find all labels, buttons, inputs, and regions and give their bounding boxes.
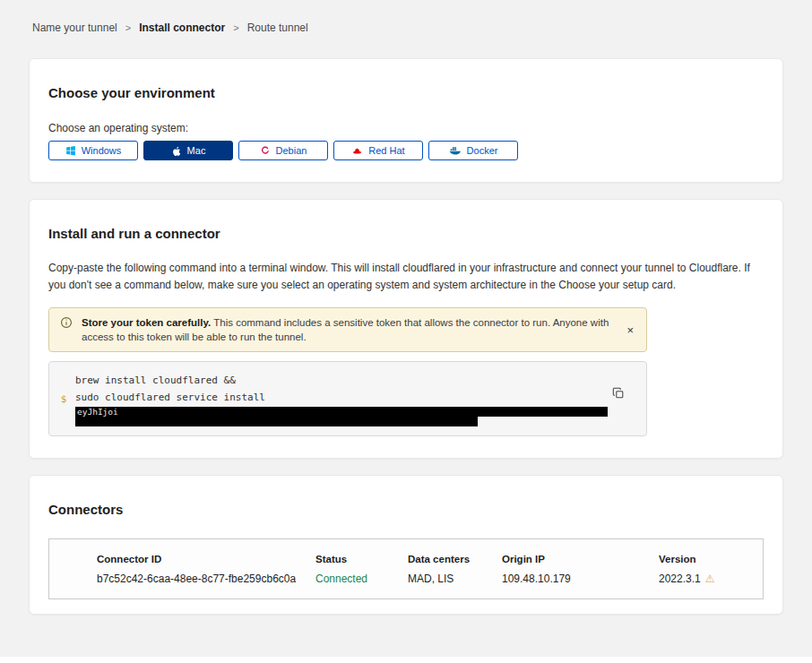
os-button-docker[interactable]: Docker — [428, 141, 518, 160]
warning-text-bold: Store your token carefully. — [82, 317, 211, 328]
breadcrumb-separator: > — [125, 22, 131, 33]
windows-icon — [65, 145, 76, 156]
os-button-label: Mac — [187, 145, 206, 156]
connectors-card-title: Connectors — [48, 502, 764, 517]
install-description: Copy-paste the following command into a … — [48, 260, 764, 294]
redhat-icon — [351, 145, 363, 156]
bottom-strip — [0, 657, 812, 663]
os-button-label: Docker — [467, 145, 498, 156]
info-icon — [60, 316, 73, 332]
breadcrumb-separator: > — [233, 22, 238, 33]
connectors-table-header: Connector ID Status Data centers Origin … — [97, 554, 745, 564]
token-warning-banner: Store your token carefully.This command … — [48, 307, 647, 352]
docker-icon — [449, 145, 462, 156]
environment-card-title: Choose your environment — [48, 85, 764, 100]
os-button-redhat[interactable]: Red Hat — [333, 141, 423, 160]
choose-environment-card: Choose your environment Choose an operat… — [29, 58, 783, 183]
table-row: b7c52c42-6caa-48ee-8c77-fbe259cb6c0a Con… — [97, 573, 745, 585]
command-line-2: sudo cloudflared service install — [75, 389, 608, 406]
breadcrumb-step-route-tunnel[interactable]: Route tunnel — [247, 22, 308, 34]
redacted-token-bar — [75, 417, 478, 426]
warning-text: Store your token carefully.This command … — [82, 315, 614, 344]
status-badge: Connected — [315, 573, 408, 585]
redacted-token-bar: eyJhIjoi — [75, 407, 608, 417]
col-header-version: Version — [659, 554, 745, 564]
terminal-prompt: $ — [58, 372, 69, 426]
data-centers-value: MAD, LIS — [408, 573, 502, 585]
breadcrumb-step-name-tunnel[interactable]: Name your tunnel — [32, 22, 117, 34]
version-value: 2022.3.1 ⚠ — [659, 573, 745, 585]
os-button-label: Debian — [276, 145, 307, 156]
token-prefix: eyJhIjoi — [77, 407, 118, 417]
breadcrumb: Name your tunnel > Install connector > R… — [32, 22, 783, 34]
os-button-label: Windows — [82, 145, 122, 156]
col-header-origin-ip: Origin IP — [502, 554, 659, 564]
col-header-data-centers: Data centers — [408, 554, 502, 564]
command-line-1: brew install cloudflared && — [75, 372, 608, 389]
install-connector-card: Install and run a connector Copy-paste t… — [29, 199, 783, 459]
close-warning-button[interactable]: × — [623, 323, 637, 338]
os-button-debian[interactable]: Debian — [238, 141, 328, 160]
os-button-label: Red Hat — [368, 145, 404, 156]
command-token-line-2 — [75, 416, 608, 426]
debian-icon — [260, 145, 271, 156]
col-header-connector-id: Connector ID — [97, 554, 315, 564]
version-number: 2022.3.1 — [659, 573, 701, 585]
copy-icon[interactable] — [610, 385, 626, 404]
command-token-line: eyJhIjoi — [75, 406, 608, 416]
col-header-status: Status — [315, 554, 408, 564]
breadcrumb-step-install-connector[interactable]: Install connector — [139, 22, 225, 34]
tunnel-setup-page: Name your tunnel > Install connector > R… — [0, 0, 812, 663]
install-card-title: Install and run a connector — [48, 226, 764, 241]
terminal-command-text: brew install cloudflared && sudo cloudfl… — [75, 372, 608, 426]
os-button-mac[interactable]: Mac — [143, 141, 233, 160]
os-select-label: Choose an operating system: — [48, 122, 764, 134]
apple-icon — [171, 145, 182, 157]
terminal-command-block: $ brew install cloudflared && sudo cloud… — [48, 361, 647, 436]
connectors-table: Connector ID Status Data centers Origin … — [48, 538, 764, 599]
origin-ip-value: 109.48.10.179 — [502, 573, 659, 585]
os-button-windows[interactable]: Windows — [48, 141, 138, 160]
os-button-group: Windows Mac Debian Red Hat — [48, 141, 764, 160]
connectors-card: Connectors Connector ID Status Data cent… — [29, 475, 783, 615]
connector-id-value: b7c52c42-6caa-48ee-8c77-fbe259cb6c0a — [97, 573, 315, 585]
version-warning-icon: ⚠ — [705, 573, 715, 584]
